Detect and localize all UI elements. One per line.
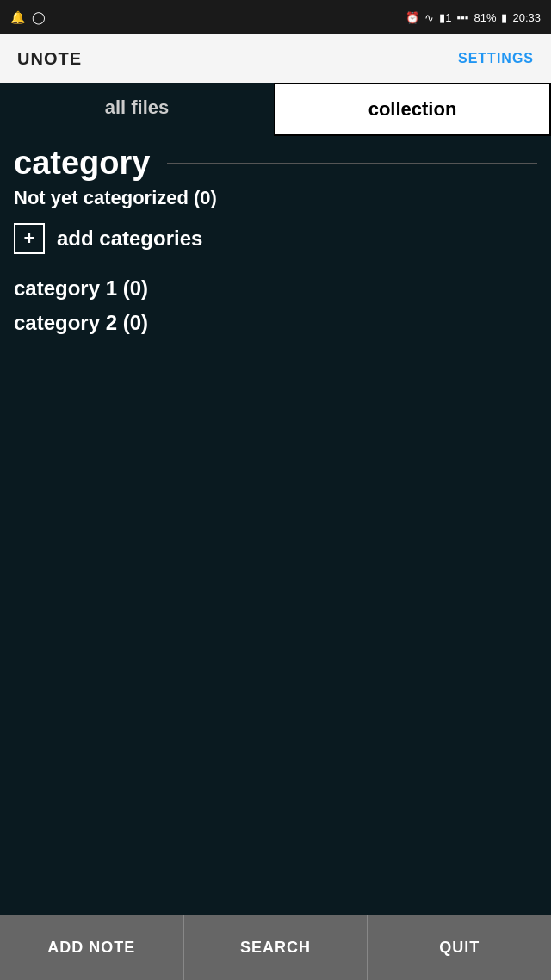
section-divider	[167, 163, 537, 164]
notification-icon: 🔔	[10, 10, 25, 24]
add-note-button[interactable]: ADD NOTE	[0, 915, 184, 980]
battery-icon: ▮	[501, 11, 507, 24]
plus-icon: +	[14, 223, 45, 254]
alarm-icon: ⏰	[406, 11, 419, 24]
category-item[interactable]: category 1 (0)	[14, 271, 537, 306]
bottom-bar: ADD NOTE SEARCH QUIT	[0, 915, 551, 980]
wifi-icon: ∿	[424, 11, 434, 24]
battery-text: 81%	[474, 11, 496, 24]
tabs-container: all files collection	[0, 83, 551, 136]
add-categories-label: add categories	[57, 226, 202, 251]
section-title: category	[14, 145, 537, 182]
settings-button[interactable]: SETTINGS	[458, 51, 534, 66]
not-categorized-label: Not yet categorized (0)	[14, 187, 537, 209]
camera-icon: ◯	[32, 10, 46, 24]
sim-icon: ▮1	[439, 11, 451, 24]
tab-collection[interactable]: collection	[274, 83, 551, 136]
status-left: 🔔 ◯	[10, 10, 46, 24]
main-content: category Not yet categorized (0) + add c…	[0, 136, 551, 915]
search-button[interactable]: SEARCH	[184, 915, 368, 980]
quit-button[interactable]: QUIT	[368, 915, 551, 980]
time: 20:33	[512, 11, 541, 24]
status-right: ⏰ ∿ ▮1 ▪▪▪ 81% ▮ 20:33	[406, 11, 541, 24]
signal-icon: ▪▪▪	[457, 11, 469, 24]
app-title: UNOTE	[17, 49, 82, 69]
category-item[interactable]: category 2 (0)	[14, 306, 537, 340]
add-categories-button[interactable]: + add categories	[14, 223, 537, 254]
app-bar: UNOTE SETTINGS	[0, 34, 551, 83]
tab-all-files[interactable]: all files	[0, 83, 274, 136]
status-bar: 🔔 ◯ ⏰ ∿ ▮1 ▪▪▪ 81% ▮ 20:33	[0, 0, 551, 34]
